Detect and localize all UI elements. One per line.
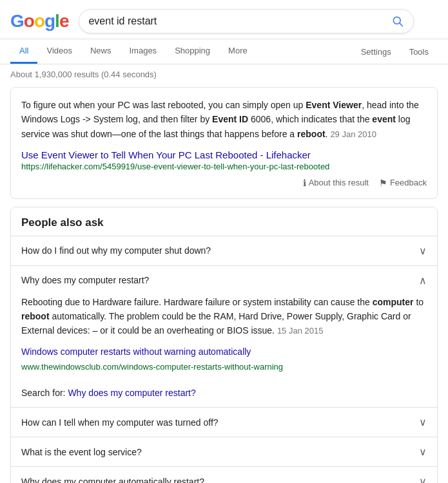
paa-answer-2: Rebooting due to Hardware failure. Hardw… [11, 295, 437, 383]
paa-question-row-4[interactable]: What is the event log service? ∨ [11, 437, 437, 466]
search-icon [391, 15, 404, 28]
featured-snippet: To figure out when your PC was last rebo… [10, 87, 438, 199]
about-result-label: About this result [309, 178, 369, 187]
paa-answer-before: Rebooting due to Hardware failure. Hardw… [21, 297, 373, 307]
snippet-date: 29 Jan 2010 [330, 129, 376, 139]
paa-chevron-2: ∧ [419, 274, 427, 287]
settings-link[interactable]: Settings [352, 41, 400, 63]
people-also-ask-section: People also ask How do I find out why my… [10, 207, 438, 483]
paa-search-for: Search for: Why does my computer restart… [11, 383, 437, 407]
search-bar[interactable] [79, 9, 414, 33]
logo-letter-l: l [55, 11, 59, 31]
paa-title: People also ask [11, 207, 437, 236]
snippet-text: To figure out when your PC was last rebo… [21, 98, 427, 142]
paa-answer-date: 15 Jan 2015 [277, 326, 324, 336]
tab-videos[interactable]: Videos [37, 39, 81, 64]
nav-tabs: All Videos News Images Shopping More Set… [0, 39, 448, 64]
logo-letter-o2: o [34, 11, 44, 31]
tools-link[interactable]: Tools [400, 41, 438, 63]
paa-answer-text2: to [414, 297, 424, 307]
snippet-bold1: Event Viewer [306, 100, 362, 110]
search-button[interactable] [391, 15, 404, 28]
paa-item-4[interactable]: What is the event log service? ∨ [11, 437, 437, 466]
snippet-feedback-label: Feedback [390, 178, 427, 187]
paa-question-row-1[interactable]: How do I find out why my computer shut d… [11, 236, 437, 265]
snippet-text-before: To figure out when your PC was last rebo… [21, 100, 306, 110]
results-count: About 1,930,000 results (0.44 seconds) [0, 64, 448, 84]
paa-answer-bold1: computer [373, 297, 414, 307]
paa-item-2[interactable]: Why does my computer restart? ∧ Rebootin… [11, 265, 437, 408]
paa-question-row-5[interactable]: Why does my computer automatically resta… [11, 467, 437, 483]
snippet-feedback-btn[interactable]: ⚑ Feedback [379, 178, 427, 188]
snippet-bold3: event [372, 114, 396, 124]
tab-all[interactable]: All [10, 39, 37, 64]
paa-question-5: Why does my computer automatically resta… [21, 477, 204, 483]
paa-question-row-2[interactable]: Why does my computer restart? ∧ [11, 266, 437, 295]
paa-item-3[interactable]: How can I tell when my computer was turn… [11, 407, 437, 437]
paa-question-row-3[interactable]: How can I tell when my computer was turn… [11, 408, 437, 437]
snippet-footer: ℹ About this result ⚑ Feedback [21, 178, 427, 188]
paa-answer-link[interactable]: Windows computer restarts without warnin… [21, 345, 427, 359]
paa-search-for-link[interactable]: Why does my computer restart? [68, 388, 195, 398]
info-icon: ℹ [303, 178, 306, 188]
paa-search-for-prefix: Search for: [21, 388, 68, 398]
logo-letter-g2: g [44, 11, 55, 31]
paa-answer-bold2: reboot [21, 311, 50, 321]
snippet-link[interactable]: Use Event Viewer to Tell When Your PC La… [21, 149, 427, 160]
paa-answer-text3: automatically. The problem could be the … [21, 311, 411, 336]
snippet-bold4: reboot [297, 129, 326, 139]
paa-item-5[interactable]: Why does my computer automatically resta… [11, 466, 437, 483]
paa-question-1: How do I find out why my computer shut d… [21, 245, 211, 256]
paa-chevron-1: ∨ [419, 245, 427, 257]
snippet-text3: 6006, which indicates that the [248, 114, 372, 124]
tab-more[interactable]: More [219, 39, 257, 64]
tab-news[interactable]: News [81, 39, 121, 64]
snippet-bold2: Event ID [212, 114, 248, 124]
paa-question-3: How can I tell when my computer was turn… [21, 417, 219, 428]
header: Google [0, 0, 448, 39]
paa-question-2: Why does my computer restart? [21, 275, 149, 285]
svg-line-1 [400, 23, 403, 26]
google-logo: Google [10, 11, 68, 32]
paa-chevron-5: ∨ [419, 475, 427, 483]
logo-letter-o1: o [24, 11, 34, 31]
paa-answer-url: www.thewindowsclub.com/windows-computer-… [21, 361, 427, 374]
paa-item-1[interactable]: How do I find out why my computer shut d… [11, 236, 437, 265]
tab-shopping[interactable]: Shopping [166, 39, 219, 64]
logo-letter-g: G [10, 11, 24, 31]
about-result-btn[interactable]: ℹ About this result [303, 178, 369, 188]
snippet-text5: . [326, 129, 328, 139]
logo-letter-e: e [59, 11, 69, 31]
paa-question-4: What is the event log service? [21, 447, 142, 457]
search-input[interactable] [88, 15, 391, 27]
flag-icon: ⚑ [379, 178, 387, 188]
tab-images[interactable]: Images [120, 39, 166, 64]
snippet-url: https://lifehacker.com/5459919/use-event… [21, 162, 427, 171]
paa-chevron-4: ∨ [419, 446, 427, 458]
paa-chevron-3: ∨ [419, 416, 427, 428]
